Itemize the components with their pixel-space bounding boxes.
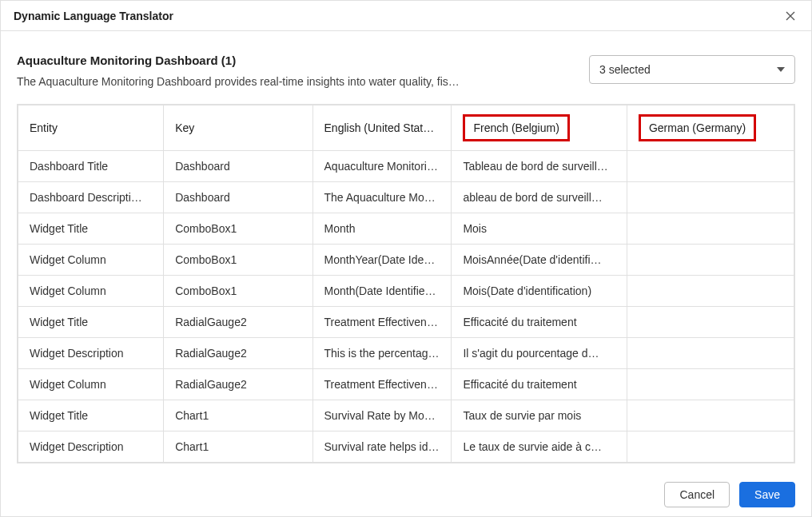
table-row: Widget TitleComboBox1MonthMois — [18, 213, 794, 245]
cell-key: ComboBox1 — [164, 213, 312, 245]
cell-french[interactable]: Il s'agit du pourcentage d… — [452, 338, 627, 369]
col-header-french-highlight: French (Belgium) — [463, 114, 569, 141]
info-selector-row: Aquaculture Monitoring Dashboard (1) The… — [17, 54, 795, 88]
col-header-english[interactable]: English (United States… — [312, 105, 452, 151]
cell-key: Dashboard — [164, 151, 312, 182]
table-row: Widget DescriptionChart1Survival rate he… — [18, 431, 794, 463]
cell-english: Aquaculture Monitori… — [312, 151, 452, 182]
table-row: Widget ColumnComboBox1MonthYear(Date Ide… — [18, 245, 794, 276]
dashboard-description: The Aquaculture Monitoring Dashboard pro… — [17, 75, 464, 88]
cell-english: Treatment Effectiven… — [312, 369, 452, 400]
cell-english: Survival rate helps id… — [312, 431, 452, 463]
cell-key: RadialGauge2 — [164, 338, 312, 369]
cell-german[interactable] — [627, 245, 794, 276]
dialog-title: Dynamic Language Translator — [14, 10, 173, 22]
cell-french[interactable]: Efficacité du traitement — [452, 369, 627, 400]
cell-german[interactable] — [627, 400, 794, 431]
dashboard-name: Aquaculture Monitoring Dashboard (1) — [17, 54, 573, 67]
translations-table: Entity Key English (United States… Frenc… — [17, 104, 795, 463]
dashboard-info: Aquaculture Monitoring Dashboard (1) The… — [17, 54, 589, 88]
cell-german[interactable] — [627, 182, 794, 213]
cell-key: ComboBox1 — [164, 245, 312, 276]
col-header-german[interactable]: German (Germany) — [627, 105, 794, 151]
cell-german[interactable] — [627, 276, 794, 307]
cell-french[interactable]: Tableau de bord de surveill… — [452, 151, 627, 182]
col-header-key[interactable]: Key — [164, 105, 312, 151]
cell-entity: Widget Column — [18, 276, 164, 307]
cell-entity: Dashboard Title — [18, 151, 164, 182]
cell-key: Dashboard — [164, 182, 312, 213]
cell-german[interactable] — [627, 338, 794, 369]
save-button[interactable]: Save — [739, 482, 795, 507]
close-button[interactable] — [782, 8, 798, 24]
cell-french[interactable]: Taux de survie par mois — [452, 400, 627, 431]
cell-entity: Widget Column — [18, 369, 164, 400]
cell-french[interactable]: Mois(Date d'identification) — [452, 276, 627, 307]
cell-entity: Widget Title — [18, 213, 164, 245]
cell-german[interactable] — [627, 151, 794, 182]
cell-english: Month — [312, 213, 452, 245]
cell-english: This is the percentag… — [312, 338, 452, 369]
cell-entity: Widget Description — [18, 431, 164, 463]
dialog-header: Dynamic Language Translator — [1, 1, 811, 31]
col-header-entity[interactable]: Entity — [18, 105, 164, 151]
cell-french[interactable]: Mois — [452, 213, 627, 245]
language-selector[interactable]: 3 selected — [589, 55, 795, 84]
cell-french[interactable]: Le taux de survie aide à c… — [452, 431, 627, 463]
cell-key: RadialGauge2 — [164, 307, 312, 338]
table-row: Dashboard Descripti…DashboardThe Aquacul… — [18, 182, 794, 213]
cancel-button[interactable]: Cancel — [664, 482, 730, 507]
table-row: Dashboard TitleDashboardAquaculture Moni… — [18, 151, 794, 182]
cell-german[interactable] — [627, 431, 794, 463]
cell-english: Month(Date Identifie… — [312, 276, 452, 307]
cell-french[interactable]: Efficacité du traitement — [452, 307, 627, 338]
col-header-german-highlight: German (Germany) — [639, 114, 756, 141]
cell-entity: Widget Title — [18, 400, 164, 431]
cell-english: The Aquaculture Mo… — [312, 182, 452, 213]
cell-entity: Widget Title — [18, 307, 164, 338]
cell-french[interactable]: MoisAnnée(Date d'identifi… — [452, 245, 627, 276]
cell-german[interactable] — [627, 369, 794, 400]
table-row: Widget ColumnRadialGauge2Treatment Effec… — [18, 369, 794, 400]
dialog-body: Aquaculture Monitoring Dashboard (1) The… — [1, 31, 811, 471]
cell-entity: Widget Description — [18, 338, 164, 369]
cell-entity: Widget Column — [18, 245, 164, 276]
cell-key: Chart1 — [164, 400, 312, 431]
cell-german[interactable] — [627, 307, 794, 338]
cell-key: ComboBox1 — [164, 276, 312, 307]
cell-german[interactable] — [627, 213, 794, 245]
cell-entity: Dashboard Descripti… — [18, 182, 164, 213]
table-row: Widget ColumnComboBox1Month(Date Identif… — [18, 276, 794, 307]
close-icon — [786, 11, 795, 21]
col-header-french[interactable]: French (Belgium) — [452, 105, 627, 151]
cell-english: Survival Rate by Mon… — [312, 400, 452, 431]
cell-english: MonthYear(Date Iden… — [312, 245, 452, 276]
cell-english: Treatment Effectiven… — [312, 307, 452, 338]
chevron-down-icon — [777, 67, 785, 72]
table-header-row: Entity Key English (United States… Frenc… — [18, 105, 794, 151]
table-row: Widget TitleRadialGauge2Treatment Effect… — [18, 307, 794, 338]
table-row: Widget DescriptionRadialGauge2This is th… — [18, 338, 794, 369]
dialog-footer: Cancel Save — [1, 471, 811, 516]
translator-dialog: Dynamic Language Translator Aquaculture … — [0, 0, 812, 517]
language-selector-text: 3 selected — [599, 63, 651, 76]
table-row: Widget TitleChart1Survival Rate by Mon…T… — [18, 400, 794, 431]
cell-key: Chart1 — [164, 431, 312, 463]
cell-french[interactable]: ableau de bord de surveill… — [452, 182, 627, 213]
cell-key: RadialGauge2 — [164, 369, 312, 400]
